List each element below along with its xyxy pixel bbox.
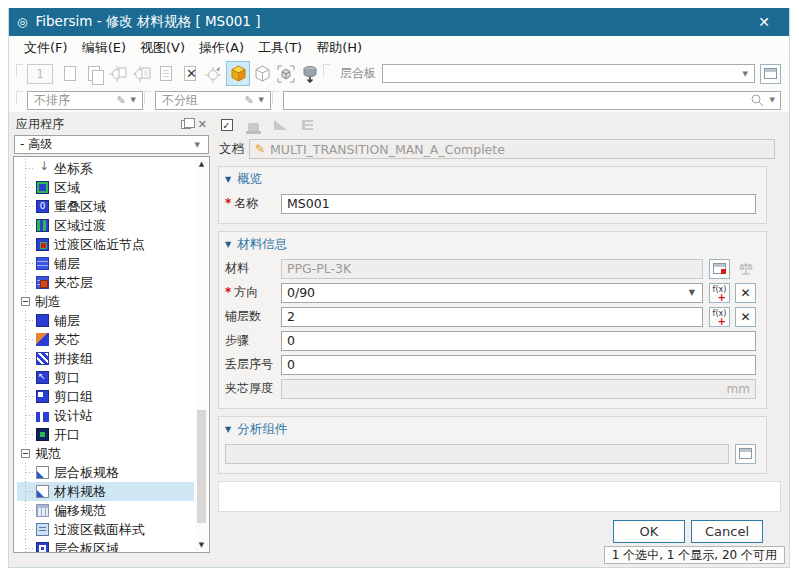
scroll-up-icon[interactable]: ▲ xyxy=(199,160,204,168)
tree-item-design-station[interactable]: 设计站 xyxy=(17,406,194,425)
ply-count-formula-button[interactable]: f(x) + xyxy=(709,307,730,327)
chevron-down-icon[interactable]: ▼ xyxy=(740,70,751,78)
chevron-down-icon[interactable]: ▼ xyxy=(767,96,778,104)
boxed-cube-button[interactable] xyxy=(274,61,298,86)
tree-item-mfg-ply[interactable]: 铺层 xyxy=(17,311,194,330)
copy-button[interactable] xyxy=(82,61,106,86)
collapse-triangle-icon[interactable]: ▼ xyxy=(225,425,231,434)
edit-pencil-icon[interactable]: ✎ xyxy=(255,142,265,156)
mode-combobox[interactable]: - 高级 ▼ xyxy=(14,135,209,154)
tree-item-ply[interactable]: 铺层 xyxy=(17,254,194,273)
laminate-table-button[interactable] xyxy=(760,64,781,84)
applications-header: 应用程序 ✕ xyxy=(13,114,210,134)
chevron-down-icon[interactable]: ▼ xyxy=(256,96,267,104)
search-icon[interactable] xyxy=(750,93,764,107)
tree-item-manufacturing[interactable]: 制造 xyxy=(17,292,194,311)
new-document-button[interactable] xyxy=(58,61,82,86)
float-panel-icon[interactable] xyxy=(181,120,191,129)
close-button[interactable]: ✕ xyxy=(747,14,781,30)
drop-sequence-input[interactable]: 0 xyxy=(281,355,756,375)
orientation-combobox[interactable]: 0/90 ▼ xyxy=(281,283,703,303)
collapse-triangle-icon[interactable]: ▼ xyxy=(225,175,231,184)
ramp-button[interactable] xyxy=(273,118,288,132)
analysis-table-button[interactable] xyxy=(735,444,756,464)
collapse-triangle-icon[interactable]: ▼ xyxy=(225,240,231,249)
overview-header[interactable]: ▼ 概览 xyxy=(225,169,756,190)
applications-panel: 应用程序 ✕ - 高级 ▼ 坐标系区域重叠区域区域过渡过渡区临近节点铺层夹芯层制… xyxy=(13,114,210,553)
tree-item-specifications[interactable]: 规范 xyxy=(17,444,194,463)
locate-alt-button[interactable] xyxy=(130,61,154,86)
tree-guide xyxy=(20,311,36,330)
step-input[interactable]: 0 xyxy=(281,331,756,351)
chevron-down-icon[interactable]: ▼ xyxy=(689,288,697,297)
stamp-button[interactable] xyxy=(246,118,261,132)
material-table-button[interactable] xyxy=(709,259,730,279)
tree-scrollbar[interactable]: ▲ ▼ xyxy=(195,158,208,551)
laminate-spec-icon xyxy=(36,466,49,479)
analysis-header[interactable]: ▼ 分析组件 xyxy=(225,419,756,440)
tree-guide xyxy=(20,159,36,178)
edit-pencil-icon[interactable]: ✎ xyxy=(116,94,125,107)
layer-stack-button[interactable] xyxy=(298,61,322,86)
tree-item-splice-group[interactable]: 拼接组 xyxy=(17,349,194,368)
menu-operation[interactable]: 操作(A) xyxy=(192,37,251,59)
ply-count-clear-button[interactable]: ✕ xyxy=(735,307,756,327)
menu-view[interactable]: 视图(V) xyxy=(133,37,192,59)
cancel-button[interactable]: Cancel xyxy=(691,520,763,543)
delete-document-button[interactable]: ✕ xyxy=(178,61,202,86)
tree-item-core[interactable]: 夹芯 xyxy=(17,330,194,349)
orientation-formula-button[interactable]: f(x) + xyxy=(709,283,730,303)
locate-button[interactable] xyxy=(106,61,130,86)
close-panel-icon[interactable]: ✕ xyxy=(198,118,207,131)
verify-button[interactable]: ✓ xyxy=(219,118,234,132)
tree-item-opening[interactable]: 开口 xyxy=(17,425,194,444)
reorient-button[interactable] xyxy=(202,61,226,86)
tree-item-laminate-spec[interactable]: 层合板规格 xyxy=(17,463,194,482)
solid-cube-button[interactable] xyxy=(226,61,250,86)
scroll-down-icon[interactable]: ▼ xyxy=(199,541,204,549)
wireframe-cube-icon xyxy=(254,65,271,82)
tree-item-coordinate-system[interactable]: 坐标系 xyxy=(17,159,194,178)
menu-file[interactable]: 文件(F) xyxy=(17,37,75,59)
core-thickness-field: mm xyxy=(281,379,756,399)
document-list-button[interactable] xyxy=(154,61,178,86)
laminate-combobox[interactable]: ▼ xyxy=(382,64,755,83)
tree-item-dart[interactable]: 剪口 xyxy=(17,368,194,387)
tree-item-offset-spec[interactable]: 偏移规范 xyxy=(17,501,194,520)
tree-item-region-transition[interactable]: 区域过渡 xyxy=(17,216,194,235)
search-input[interactable]: ▼ xyxy=(283,91,781,110)
collapse-expander-icon[interactable] xyxy=(21,449,30,458)
balance-icon xyxy=(738,262,754,276)
menu-tools[interactable]: 工具(T) xyxy=(251,37,309,59)
collapse-expander-icon[interactable] xyxy=(21,297,30,306)
group-value: 不分组 xyxy=(162,92,198,109)
ok-button[interactable]: OK xyxy=(613,520,685,543)
chevron-down-icon[interactable]: ▼ xyxy=(192,141,203,149)
count-button[interactable]: 1 xyxy=(27,64,53,84)
document-value: MULTI_TRANSITION_MAN_A_Complete xyxy=(270,142,505,157)
wireframe-cube-button[interactable] xyxy=(250,61,274,86)
dart-icon xyxy=(36,371,49,384)
tree-item-dart-group[interactable]: 剪口组 xyxy=(17,387,194,406)
tree-item-laminate-region[interactable]: 层合板区域 xyxy=(17,539,194,553)
tree-item-label: 层合板规格 xyxy=(54,464,119,482)
menu-edit[interactable]: 编辑(E) xyxy=(75,37,133,59)
name-input[interactable]: MS001 xyxy=(281,194,756,214)
tree-item-transition-profile[interactable]: 过渡区截面样式 xyxy=(17,520,194,539)
scrollbar-thumb[interactable] xyxy=(197,410,206,524)
group-combobox[interactable]: 不分组 ✎ ▼ xyxy=(155,91,271,110)
sort-combobox[interactable]: 不排序 ✎ ▼ xyxy=(27,91,143,110)
edit-pencil-icon[interactable]: ✎ xyxy=(244,94,253,107)
tree-item-transition-node[interactable]: 过渡区临近节点 xyxy=(17,235,194,254)
tree-item-overlap-region[interactable]: 重叠区域 xyxy=(17,197,194,216)
tree-item-label: 开口 xyxy=(54,426,80,444)
chevron-down-icon[interactable]: ▼ xyxy=(128,96,139,104)
ply-count-input[interactable]: 2 xyxy=(281,307,703,327)
tree-item-material-spec[interactable]: 材料规格 xyxy=(17,482,194,501)
menu-help[interactable]: 帮助(H) xyxy=(309,37,369,59)
tree-item-core-ply[interactable]: 夹芯层 xyxy=(17,273,194,292)
orientation-clear-button[interactable]: ✕ xyxy=(735,283,756,303)
section-button[interactable] xyxy=(300,118,315,132)
material-info-header[interactable]: ▼ 材料信息 xyxy=(225,234,756,255)
tree-item-region[interactable]: 区域 xyxy=(17,178,194,197)
